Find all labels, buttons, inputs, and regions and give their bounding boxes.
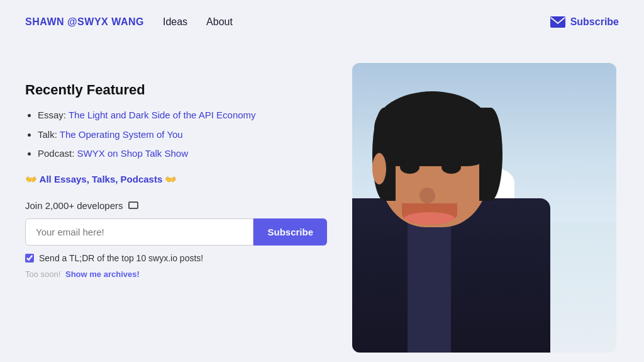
main-content: Recently Featured Essay: The Light and D… — [0, 44, 644, 362]
list-item: Podcast: SWYX on Shop Talk Show — [38, 147, 327, 161]
navbar: SHAWN @SWYX WANG Ideas About Subscribe — [0, 0, 644, 44]
nav-link-ideas[interactable]: Ideas — [163, 16, 187, 28]
too-soon-label: Too soon! — [25, 269, 60, 279]
talk-link[interactable]: The Operating System of You — [60, 129, 183, 140]
profile-photo — [352, 63, 616, 353]
all-essays-label: 👐 All Essays, Talks, Podcasts 👐 — [25, 174, 177, 185]
subscribe-label: Subscribe — [570, 16, 619, 28]
podcast-prefix: Podcast: — [38, 148, 77, 159]
person-silhouette — [352, 86, 550, 353]
checkbox-label: Send a TL;DR of the top 10 swyx.io posts… — [39, 253, 203, 263]
tldr-checkbox[interactable] — [25, 254, 34, 263]
svg-rect-0 — [550, 16, 565, 28]
nav-subscribe-button[interactable]: Subscribe — [550, 16, 619, 28]
too-soon-text: Too soon! Show me archives! — [25, 269, 327, 279]
join-label: Join 2,000+ developers — [25, 200, 123, 211]
talk-prefix: Talk: — [38, 129, 60, 140]
nav-link-about[interactable]: About — [206, 16, 233, 28]
podcast-link[interactable]: SWYX on Shop Talk Show — [77, 148, 188, 159]
left-panel: Recently Featured Essay: The Light and D… — [25, 57, 327, 279]
envelope-icon — [550, 16, 565, 28]
nav-brand[interactable]: SHAWN @SWYX WANG — [25, 16, 144, 28]
checkbox-row: Send a TL;DR of the top 10 swyx.io posts… — [25, 253, 327, 263]
all-essays-link[interactable]: 👐 All Essays, Talks, Podcasts 👐 — [25, 174, 327, 185]
list-item: Essay: The Light and Dark Side of the AP… — [38, 108, 327, 123]
subscribe-form: Subscribe — [25, 218, 327, 246]
right-panel — [352, 57, 616, 353]
join-text: Join 2,000+ developers — [25, 200, 327, 211]
show-archives-link[interactable]: Show me archives! — [65, 269, 140, 279]
essay-link[interactable]: The Light and Dark Side of the API Econo… — [69, 110, 256, 120]
list-item: Talk: The Operating System of You — [38, 128, 327, 142]
subscribe-button[interactable]: Subscribe — [253, 218, 327, 246]
email-input[interactable] — [25, 218, 253, 246]
featured-list: Essay: The Light and Dark Side of the AP… — [25, 108, 327, 161]
nav-links: Ideas About — [163, 16, 233, 28]
computer-icon — [128, 201, 138, 209]
essay-prefix: Essay: — [38, 110, 69, 120]
recently-featured-title: Recently Featured — [25, 82, 327, 98]
